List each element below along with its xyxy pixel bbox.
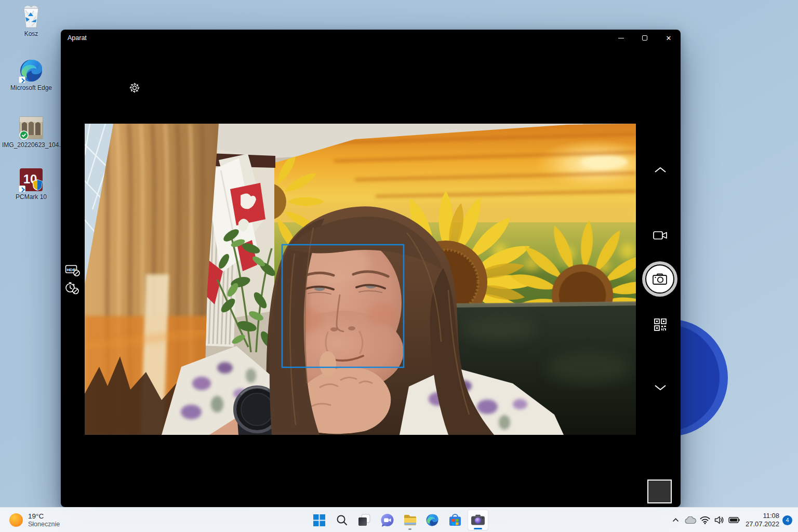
take-photo-button[interactable] (642, 261, 677, 297)
close-button[interactable]: ✕ (657, 30, 681, 46)
video-mode-icon (653, 230, 668, 241)
search-button[interactable] (331, 510, 352, 530)
chevron-up-icon (672, 518, 679, 522)
desktop-icon-pcmark[interactable]: 10 PCMark 10 (2, 167, 60, 201)
windows-start-icon (313, 514, 325, 526)
file-explorer-button[interactable] (400, 510, 420, 530)
store-button[interactable] (445, 510, 466, 530)
desktop-icon-label: IMG_20220623_104... (2, 142, 60, 149)
settings-gear-icon (128, 82, 141, 94)
barcode-icon (654, 318, 667, 331)
barcode-mode-button[interactable] (645, 314, 676, 335)
hdr-toggle-button[interactable]: HDR (65, 264, 81, 277)
weather-condition: Słonecznie (28, 521, 60, 528)
desktop-icon-label: Microsoft Edge (2, 85, 60, 91)
close-icon: ✕ (666, 34, 672, 42)
tray-date: 27.07.2022 (746, 520, 779, 528)
maximize-button[interactable] (633, 30, 657, 46)
notification-count: 4 (786, 517, 789, 523)
maximize-icon (642, 35, 647, 41)
weather-temperature: 19°C (28, 512, 60, 521)
sunny-weather-icon (9, 513, 23, 527)
minimize-icon (618, 38, 624, 38)
desktop-icon-image-file[interactable]: IMG_20220623_104... (2, 116, 60, 149)
tray-time: 11:08 (746, 512, 779, 520)
camera-roll-thumbnail[interactable] (647, 480, 672, 503)
take-photo-icon (652, 273, 668, 285)
hidden-icons-button[interactable] (669, 510, 683, 530)
camera-app-button[interactable] (468, 510, 488, 530)
system-tray: 11:08 27.07.2022 4 (669, 508, 798, 532)
next-mode-button[interactable] (645, 377, 676, 398)
edge-logo-icon (19, 58, 44, 83)
weather-widget[interactable]: 19°C Słonecznie (4, 509, 65, 531)
onedrive-button[interactable] (683, 510, 698, 530)
photo-thumbnail-synced-icon (19, 116, 44, 140)
chat-button[interactable] (377, 510, 397, 530)
hdr-off-icon: HDR (65, 264, 81, 277)
recycle-bin-icon (19, 4, 44, 29)
task-view-button[interactable] (354, 510, 375, 530)
timer-off-icon (64, 281, 79, 295)
volume-button[interactable] (712, 510, 727, 530)
camera-icon (471, 514, 485, 526)
file-explorer-icon (403, 514, 417, 526)
battery-icon (728, 517, 740, 523)
video-mode-button[interactable] (645, 225, 676, 246)
start-button[interactable] (309, 510, 329, 530)
shortcut-arrow-icon (19, 185, 25, 192)
webcam-feed-image (85, 124, 636, 435)
settings-button[interactable] (128, 82, 141, 94)
chevron-down-icon (654, 383, 667, 392)
onedrive-cloud-icon (685, 516, 696, 524)
pcmark10-icon: 10 (19, 167, 44, 192)
shortcut-arrow-icon (19, 76, 25, 83)
desktop-icon-recycle-bin[interactable]: Kosz (2, 4, 60, 37)
edge-icon (425, 513, 439, 527)
active-app-indicator (474, 528, 482, 529)
title-bar[interactable]: Aparat (61, 30, 681, 46)
notification-badge[interactable]: 4 (782, 515, 792, 525)
minimize-button[interactable] (609, 30, 633, 46)
window-title: Aparat (61, 34, 87, 42)
camera-app-window: Aparat ✕ HDR (61, 30, 681, 507)
desktop-icon-label: PCMark 10 (2, 194, 60, 201)
network-button[interactable] (698, 510, 712, 530)
chevron-up-icon (654, 166, 667, 174)
chat-icon (380, 513, 394, 527)
volume-icon (714, 516, 724, 524)
edge-button[interactable] (422, 510, 443, 530)
desktop-icon-edge[interactable]: Microsoft Edge (2, 58, 60, 91)
task-view-icon (357, 513, 371, 527)
store-icon (448, 513, 462, 527)
desktop: Kosz Microsoft Edge (0, 0, 798, 532)
desktop-icon-label: Kosz (2, 31, 60, 37)
taskbar: 19°C Słonecznie (0, 507, 798, 532)
wifi-icon (700, 516, 710, 524)
previous-mode-button[interactable] (645, 159, 676, 180)
battery-button[interactable] (727, 510, 741, 530)
running-indicator (408, 528, 411, 530)
webcam-viewfinder (85, 124, 636, 435)
search-icon (336, 514, 348, 526)
timer-toggle-button[interactable] (64, 281, 79, 294)
clock[interactable]: 11:08 27.07.2022 (746, 512, 779, 528)
